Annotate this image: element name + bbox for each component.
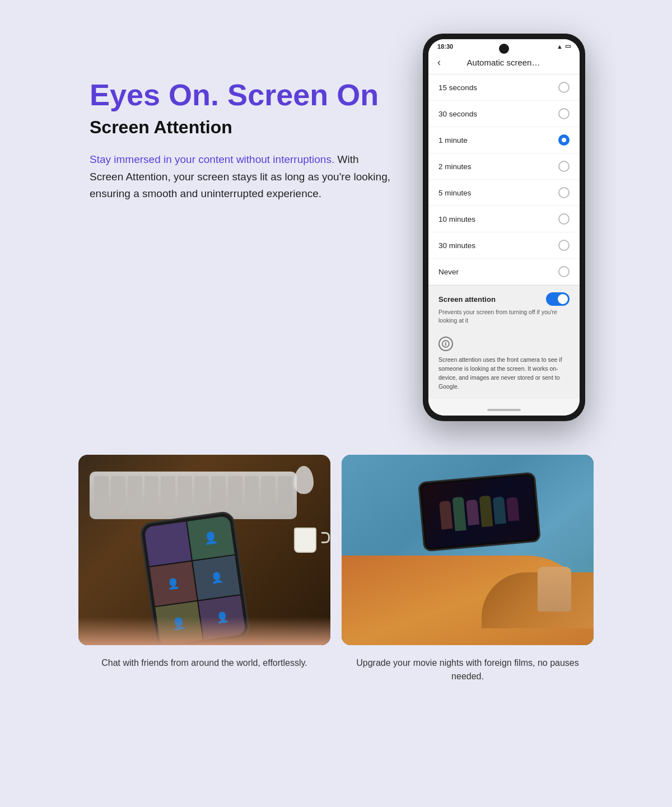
settings-item-10m[interactable]: 10 minutes [428, 206, 580, 232]
settings-label-30s: 30 seconds [438, 110, 477, 118]
hand-decoration [538, 567, 571, 612]
movie-caption: Upgrade your movie nights with foreign f… [342, 656, 594, 700]
movie-image [342, 455, 594, 645]
left-content: Eyes On. Screen On Screen Attention Stay… [90, 34, 392, 203]
description-highlight: Stay immersed in your content without in… [90, 153, 334, 165]
phone-header: ‹ Automatic screen… [428, 52, 580, 74]
video-call-image: 👤 👤 👤 👤 👤 [78, 455, 330, 645]
status-time: 18:30 [437, 43, 453, 50]
keyboard-decoration [90, 472, 297, 519]
settings-label-5m: 5 minutes [438, 189, 472, 197]
movie-card: Upgrade your movie nights with foreign f… [342, 455, 594, 700]
radio-never[interactable] [558, 266, 570, 277]
hands-decoration [78, 617, 330, 645]
radio-1m[interactable] [558, 134, 570, 146]
screen-attention-row: Screen attention [438, 292, 570, 306]
info-text: Screen attention uses the front camera t… [438, 356, 570, 391]
settings-label-1m: 1 minute [438, 136, 468, 144]
video-call-card: 👤 👤 👤 👤 👤 Chat with friends from around … [78, 455, 330, 700]
radio-2m[interactable] [558, 161, 570, 172]
settings-item-30s[interactable]: 30 seconds [428, 101, 580, 127]
phone-home-bar [428, 399, 580, 416]
video-call-background: 👤 👤 👤 👤 👤 [78, 455, 330, 645]
status-icons: ▲ ▭ [557, 43, 571, 50]
screen-attention-section: Screen attention Prevents your screen fr… [428, 285, 580, 331]
screen-attention-title: Screen attention [438, 295, 496, 304]
radio-30s[interactable] [558, 108, 570, 119]
phone-mockup-container: 18:30 ▲ ▭ ‹ Automatic screen… 15 seconds [414, 34, 594, 421]
phone-screen: 18:30 ▲ ▭ ‹ Automatic screen… 15 seconds [428, 39, 580, 416]
screen-attention-toggle[interactable] [546, 292, 570, 306]
radio-10m[interactable] [558, 213, 570, 225]
info-icon [438, 337, 453, 351]
radio-15s[interactable] [558, 82, 570, 93]
images-row: 👤 👤 👤 👤 👤 Chat with friends from around … [78, 455, 594, 700]
top-section: Eyes On. Screen On Screen Attention Stay… [56, 0, 616, 444]
settings-item-2m[interactable]: 2 minutes [428, 153, 580, 180]
settings-label-2m: 2 minutes [438, 162, 472, 171]
radio-30m[interactable] [558, 240, 570, 251]
home-indicator [487, 409, 521, 411]
phone-notch [499, 44, 509, 54]
back-button[interactable]: ‹ [437, 57, 441, 68]
info-section: Screen attention uses the front camera t… [428, 331, 580, 399]
battery-icon: ▭ [565, 43, 571, 50]
screen-attention-description: Prevents your screen from turning off if… [438, 308, 570, 324]
settings-item-30m[interactable]: 30 minutes [428, 232, 580, 259]
mouse-decoration [294, 466, 314, 494]
settings-label-never: Never [438, 268, 459, 276]
description: Stay immersed in your content without in… [90, 151, 392, 202]
settings-item-never[interactable]: Never [428, 259, 580, 285]
cup-decoration [294, 528, 322, 558]
wifi-icon: ▲ [557, 43, 563, 50]
video-call-caption: Chat with friends from around the world,… [96, 656, 313, 687]
movie-phone [418, 472, 541, 552]
settings-label-15s: 15 seconds [438, 83, 477, 92]
bottom-section: 👤 👤 👤 👤 👤 Chat with friends from around … [56, 444, 616, 700]
radio-5m[interactable] [558, 187, 570, 198]
subheadline: Screen Attention [90, 117, 392, 138]
headline: Eyes On. Screen On [90, 78, 392, 111]
settings-item-1m[interactable]: 1 minute [428, 127, 580, 153]
settings-item-5m[interactable]: 5 minutes [428, 180, 580, 206]
settings-label-10m: 10 minutes [438, 215, 475, 223]
phone-screen-title: Automatic screen… [446, 58, 561, 67]
phone-mockup: 18:30 ▲ ▭ ‹ Automatic screen… 15 seconds [423, 34, 585, 421]
movie-background [342, 455, 594, 645]
settings-list: 15 seconds 30 seconds 1 minute 2 minutes [428, 74, 580, 285]
settings-label-30m: 30 minutes [438, 241, 475, 250]
settings-item-15s[interactable]: 15 seconds [428, 74, 580, 101]
